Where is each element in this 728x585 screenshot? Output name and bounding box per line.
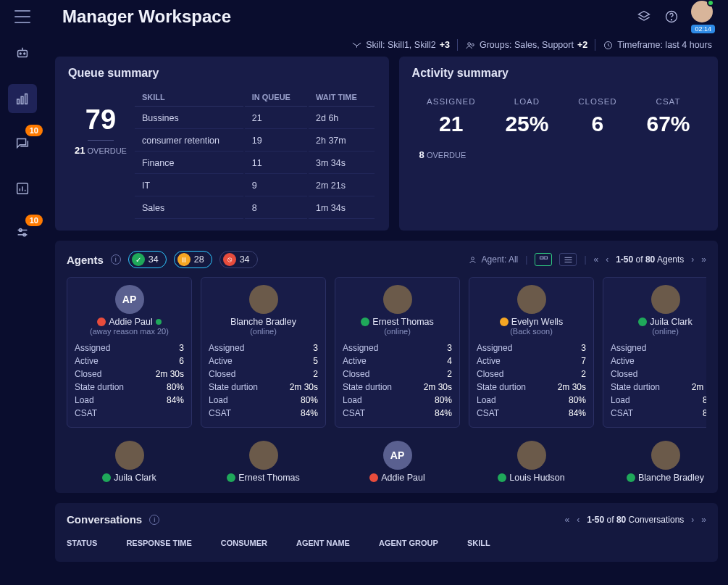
svg-rect-0 xyxy=(18,50,28,57)
agent-card[interactable]: Ernest Thomas (online) Assigned3 Active4… xyxy=(335,277,460,428)
svg-point-19 xyxy=(472,43,474,46)
conv-col-header[interactable]: AGENT NAME xyxy=(296,539,350,547)
queue-row[interactable]: IT92m 21s xyxy=(135,175,375,196)
svg-rect-22 xyxy=(540,257,543,259)
filter-bar: Skill: Skill1, Skill2 +3 Groups: Sales, … xyxy=(45,33,728,57)
agent-mini[interactable]: Juila Clark xyxy=(67,441,192,483)
info-icon[interactable]: i xyxy=(111,254,121,265)
avatar xyxy=(691,1,713,22)
nav-report-icon[interactable] xyxy=(8,174,37,203)
queue-row[interactable]: Sales81m 34s xyxy=(135,198,375,219)
svg-rect-5 xyxy=(21,96,23,104)
conv-col-header[interactable]: CONSUMER xyxy=(221,539,267,547)
pill-offline[interactable]: ⦸34 xyxy=(219,251,258,268)
activity-metric: ASSIGNED21 xyxy=(427,97,475,136)
conv-next[interactable]: › xyxy=(691,515,694,525)
filter-groups[interactable]: Groups: Sales, Support +2 xyxy=(465,40,587,51)
svg-point-21 xyxy=(471,257,474,260)
view-card-toggle[interactable] xyxy=(535,253,552,266)
conv-col-header[interactable]: RESPONSE TIME xyxy=(126,539,191,547)
agent-mini[interactable]: Blanche Bradley xyxy=(603,441,706,483)
conv-prev[interactable]: ‹ xyxy=(577,515,580,525)
agents-last[interactable]: » xyxy=(701,254,706,265)
svg-rect-4 xyxy=(17,99,20,104)
agent-card[interactable]: Evelyn Wells (Back soon) Assigned3 Activ… xyxy=(469,277,594,428)
queue-table: SKILL IN QUEUE WAIT TIME Bussines212d 6h… xyxy=(133,87,376,220)
svg-rect-23 xyxy=(544,257,547,259)
presence-dot xyxy=(707,0,714,7)
conv-col-header[interactable]: SKILL xyxy=(467,539,490,547)
agents-section: Agents i ✓34 ⏸28 ⦸34 Agent: All | | « ‹ … xyxy=(55,241,718,493)
agent-card[interactable]: Blanche Bradley (online) Assigned3 Activ… xyxy=(201,277,326,428)
activity-metric: LOAD25% xyxy=(505,97,548,136)
info-icon[interactable]: i xyxy=(149,515,159,525)
queue-row[interactable]: Finance113m 34s xyxy=(135,153,375,174)
menu-icon[interactable] xyxy=(14,10,30,23)
queue-summary-panel: Queue summary 79 21 OVERDUE SKILL IN QUE… xyxy=(55,57,389,231)
agent-mini[interactable]: Ernest Thomas xyxy=(201,441,326,483)
nav-bot-icon[interactable] xyxy=(8,39,37,68)
agent-scope[interactable]: Agent: All xyxy=(467,254,519,265)
page-title: Manager Workspace xyxy=(62,7,231,27)
nav-chat-icon[interactable]: 10 xyxy=(8,129,37,158)
queue-row[interactable]: consumer retention192h 37m xyxy=(135,130,375,152)
agents-title: Agents xyxy=(67,254,104,266)
svg-point-17 xyxy=(671,20,672,20)
activity-metric: CSAT67% xyxy=(647,97,690,136)
filter-timeframe[interactable]: Timeframe: last 4 hours xyxy=(603,40,712,51)
agent-card[interactable]: AP Addie Paul (away reason max 20) Assig… xyxy=(67,277,192,428)
queue-row[interactable]: Bussines212d 6h xyxy=(135,108,375,129)
pill-online[interactable]: ✓34 xyxy=(128,251,167,268)
filter-skill[interactable]: Skill: Skill1, Skill2 +3 xyxy=(351,40,450,51)
queue-title: Queue summary xyxy=(68,67,376,80)
svg-point-1 xyxy=(20,53,21,54)
session-time-badge: 02:14 xyxy=(691,25,715,33)
left-nav: 10 10 xyxy=(0,0,45,585)
layers-icon[interactable] xyxy=(636,9,652,25)
agents-first[interactable]: « xyxy=(594,254,599,265)
conversations-title: Conversations xyxy=(67,513,142,526)
topbar: Manager Workspace 02:14 xyxy=(45,0,728,33)
pill-away[interactable]: ⏸28 xyxy=(174,251,212,268)
user-menu[interactable]: 02:14 xyxy=(691,1,715,33)
help-icon[interactable] xyxy=(664,9,679,25)
conv-first[interactable]: « xyxy=(564,515,569,525)
svg-point-2 xyxy=(24,53,25,54)
agent-mini[interactable]: Louis Hudson xyxy=(469,441,594,483)
conversations-section: Conversations i « ‹ 1-50 of 80 Conversat… xyxy=(55,503,718,562)
queue-total-block: 79 21 OVERDUE xyxy=(68,87,133,220)
agent-mini[interactable]: AP Addie Paul xyxy=(335,441,460,483)
agents-next[interactable]: › xyxy=(691,254,694,265)
nav-analytics-icon[interactable] xyxy=(8,84,37,113)
activity-title: Activity summary xyxy=(412,67,705,80)
agent-card[interactable]: Juila Clark (online) Assigned3 Active2 C… xyxy=(603,277,706,428)
nav-chat-badge: 10 xyxy=(25,125,43,136)
main-area: Manager Workspace 02:14 Skill: Skill1, S… xyxy=(45,0,728,585)
svg-marker-15 xyxy=(639,12,650,17)
activity-summary-panel: Activity summary ASSIGNED21LOAD25%CLOSED… xyxy=(399,57,718,231)
svg-point-18 xyxy=(468,42,471,45)
activity-metric: CLOSED6 xyxy=(578,97,616,136)
nav-sliders-badge: 10 xyxy=(25,215,43,226)
nav-sliders-icon[interactable]: 10 xyxy=(8,219,37,248)
view-list-toggle[interactable] xyxy=(559,253,577,266)
agents-prev[interactable]: ‹ xyxy=(606,254,608,265)
conv-col-header[interactable]: STATUS xyxy=(67,539,97,547)
svg-rect-6 xyxy=(25,94,28,104)
conv-col-header[interactable]: AGENT GROUP xyxy=(379,539,438,547)
conv-last[interactable]: » xyxy=(701,515,706,525)
